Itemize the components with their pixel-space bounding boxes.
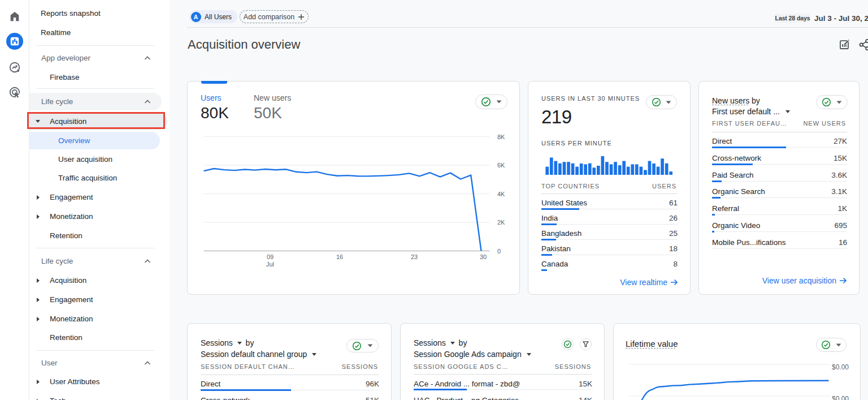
- svg-text:23: 23: [411, 253, 418, 260]
- svg-text:$0.00: $0.00: [832, 363, 849, 371]
- svg-text:16: 16: [336, 253, 343, 260]
- svg-text:30: 30: [480, 253, 487, 260]
- svg-text:8K: 8K: [497, 134, 505, 140]
- svg-text:6K: 6K: [497, 162, 505, 169]
- svg-text:Jul: Jul: [266, 261, 274, 268]
- svg-text:2K: 2K: [497, 219, 505, 226]
- svg-text:$0.00: $0.00: [832, 395, 849, 400]
- svg-text:0: 0: [497, 248, 501, 255]
- svg-text:09: 09: [267, 253, 274, 260]
- svg-text:4K: 4K: [497, 191, 505, 197]
